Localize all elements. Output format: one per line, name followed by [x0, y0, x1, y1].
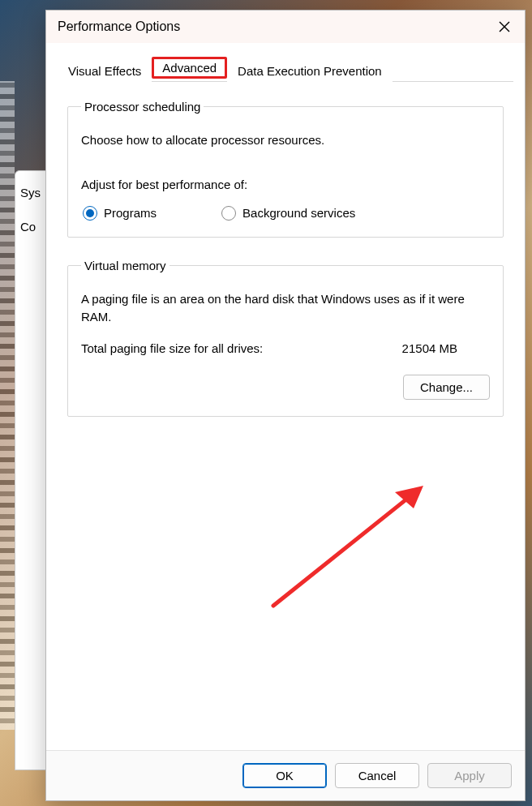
- change-button[interactable]: Change...: [403, 375, 490, 400]
- tab-row: Visual Effects Advanced Data Execution P…: [46, 43, 525, 82]
- tab-visual-effects[interactable]: Visual Effects: [58, 58, 152, 83]
- processor-scheduling-group: Processor scheduling Choose how to alloc…: [67, 100, 504, 238]
- dialog-title: Performance Options: [58, 19, 180, 34]
- close-icon: [499, 21, 510, 32]
- radio-bg-label: Background services: [242, 206, 355, 220]
- processor-scheduling-legend: Processor scheduling: [81, 100, 204, 114]
- tab-data-execution-prevention[interactable]: Data Execution Prevention: [227, 58, 393, 83]
- apply-button[interactable]: Apply: [427, 763, 512, 788]
- radio-dot-selected-icon: [83, 206, 97, 221]
- tab-advanced[interactable]: Advanced: [152, 57, 227, 79]
- background-decor: [0, 81, 15, 730]
- vm-total-label: Total paging file size for all drives:: [81, 341, 263, 355]
- vm-total-row: Total paging file size for all drives: 2…: [81, 341, 490, 355]
- radio-programs[interactable]: Programs: [83, 206, 157, 221]
- titlebar: Performance Options: [46, 11, 525, 43]
- vm-total-value: 21504 MB: [402, 341, 490, 355]
- processor-radio-row: Programs Background services: [83, 206, 490, 221]
- close-button[interactable]: [491, 14, 518, 40]
- processor-subhead: Adjust for best performance of:: [81, 178, 490, 191]
- virtual-memory-legend: Virtual memory: [81, 259, 169, 272]
- vm-change-row: Change...: [81, 375, 490, 400]
- virtual-memory-group: Virtual memory A paging file is an area …: [67, 259, 504, 417]
- dialog-footer: OK Cancel Apply: [46, 750, 525, 800]
- annotation-arrow-icon: [257, 468, 444, 614]
- svg-line-2: [273, 492, 415, 606]
- performance-options-dialog: Performance Options Visual Effects Advan…: [45, 10, 526, 801]
- bg-label-1: Sys: [20, 186, 41, 199]
- processor-desc: Choose how to allocate processor resourc…: [81, 131, 490, 150]
- radio-programs-label: Programs: [104, 206, 157, 220]
- svg-marker-3: [395, 486, 423, 508]
- vm-desc: A paging file is an area on the hard dis…: [81, 290, 490, 327]
- tab-content: Processor scheduling Choose how to alloc…: [46, 82, 525, 750]
- bg-label-2: Co: [20, 220, 36, 234]
- radio-background-services[interactable]: Background services: [221, 206, 355, 221]
- cancel-button[interactable]: Cancel: [335, 763, 419, 788]
- ok-button[interactable]: OK: [242, 763, 327, 788]
- radio-empty-icon: [221, 206, 236, 221]
